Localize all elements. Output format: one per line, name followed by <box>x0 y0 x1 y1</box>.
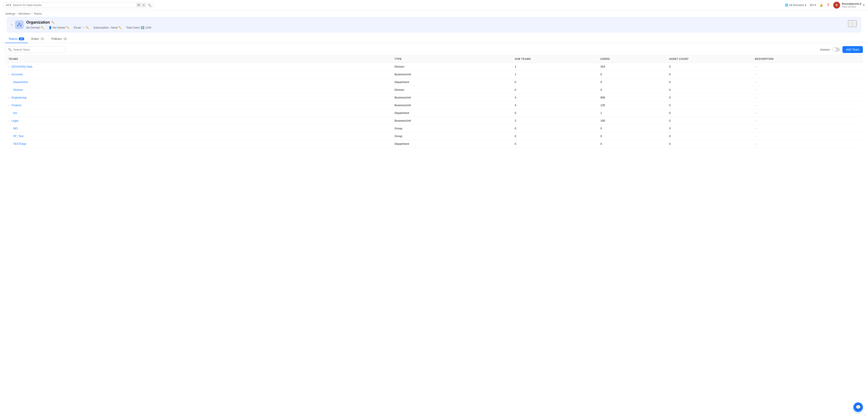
notifications-button[interactable]: 🔔 <box>819 3 823 7</box>
col-header-type: TYPE <box>391 55 511 63</box>
table-controls: 🔍 Deleted Add Team <box>0 43 868 55</box>
breadcrumb-separator: / <box>17 12 18 15</box>
team-description-cell: -- <box>751 86 863 94</box>
kbd-cmd: ⌘ <box>136 3 141 7</box>
col-header-teams: TEAMS <box>5 55 391 63</box>
chevron-down-icon: ▾ <box>863 3 865 7</box>
team-name-link[interactable]: Legal <box>11 119 19 122</box>
team-asset-count-cell: 0 <box>665 140 751 148</box>
language-label: EN <box>810 3 814 7</box>
search-team-icon: 🔍 <box>8 48 11 51</box>
search-team-input[interactable] <box>13 48 62 51</box>
edit-email-icon[interactable]: ✏️ <box>86 26 89 29</box>
team-name-cell: foo <box>5 109 391 117</box>
team-name-link[interactable]: foo <box>13 111 17 115</box>
team-description-cell: -- <box>751 109 863 117</box>
table-header: TEAMS TYPE SUB TEAMS USERS ASSET COUNT D… <box>5 55 863 63</box>
tabs-bar: Teams 27 Roles 1 Policies 1 <box>0 35 868 43</box>
more-options-button[interactable]: ⋮ <box>848 20 857 27</box>
col-header-subteams: SUB TEAMS <box>511 55 597 63</box>
team-name-link[interactable]: Engineering <box>11 96 26 99</box>
team-asset-count-cell: 0 <box>665 63 751 71</box>
tab-teams-badge: 27 <box>19 37 24 40</box>
expand-icon[interactable]: › <box>8 73 9 76</box>
team-type-cell: BusinessUnit <box>391 94 511 101</box>
team-asset-count-cell: 0 <box>665 117 751 125</box>
search-team-container: 🔍 <box>5 46 65 53</box>
kbd-k: K <box>142 3 146 7</box>
team-type-cell: Division <box>391 86 511 94</box>
deleted-label: Deleted <box>820 48 830 51</box>
collapse-button[interactable]: › <box>11 23 12 27</box>
team-name-cell: MO <box>5 125 391 132</box>
tab-teams[interactable]: Teams 27 <box>5 35 28 43</box>
team-users-cell: 1 <box>597 109 665 117</box>
team-name-link[interactable]: PF_Test <box>13 134 24 138</box>
team-name-link[interactable]: TESTDept <box>13 142 26 146</box>
team-users-cell: 0 <box>597 132 665 140</box>
team-users-cell: 0 <box>597 71 665 78</box>
team-name-link[interactable]: Department <box>13 81 28 84</box>
domain-selector[interactable]: 🌐 All Domains ▾ <box>785 3 806 7</box>
team-description-cell: -- <box>751 78 863 86</box>
search-type-select[interactable]: All ▾ <box>6 3 11 7</box>
team-name-cell: TESTDept <box>5 140 391 148</box>
edit-org-icon[interactable]: ✏️ <box>52 21 55 24</box>
chevron-down-icon: ▾ <box>805 3 806 7</box>
edit-subscription-icon[interactable]: ✏️ <box>119 26 122 29</box>
team-name-link[interactable]: Accounts <box>11 73 23 76</box>
team-subteams-cell: 0 <box>511 109 597 117</box>
org-title: Organization ✏️ <box>26 20 151 25</box>
team-description-cell: -- <box>751 63 863 71</box>
team-asset-count-cell: 0 <box>665 94 751 101</box>
language-selector[interactable]: EN ▾ <box>810 3 816 7</box>
team-subteams-cell: 0 <box>511 125 597 132</box>
team-name-link[interactable]: Division <box>13 88 23 91</box>
team-name-link[interactable]: Finance <box>11 104 22 107</box>
subscription-text: Subscription : None <box>93 26 118 29</box>
team-asset-count-cell: 0 <box>665 132 751 140</box>
team-type-cell: Department <box>391 78 511 86</box>
team-description-cell: -- <box>751 125 863 132</box>
team-name-link[interactable]: (DIVISION) Data <box>11 65 32 68</box>
user-role: Data Steward <box>842 5 861 8</box>
expand-icon[interactable]: › <box>8 104 9 107</box>
edit-owner-icon[interactable]: ✏️ <box>66 26 69 29</box>
expand-icon[interactable]: › <box>8 119 9 122</box>
organization-icon <box>17 22 22 27</box>
search-input[interactable] <box>13 3 134 7</box>
team-name-link[interactable]: MO <box>13 127 18 130</box>
tab-roles[interactable]: Roles 1 <box>28 35 48 43</box>
no-domain: No Domain ✏️ <box>26 26 44 29</box>
tab-policies[interactable]: Policies 1 <box>48 35 71 43</box>
breadcrumb-separator: / <box>32 12 32 15</box>
email-text: Email : -- <box>74 26 85 29</box>
chevron-down-icon: ▾ <box>814 3 816 7</box>
help-button[interactable]: ❓ <box>826 3 830 7</box>
expand-icon[interactable]: › <box>8 96 9 99</box>
edit-domain-icon[interactable]: ✏️ <box>41 26 44 29</box>
team-subteams-cell: 4 <box>511 101 597 109</box>
team-subteams-cell: 1 <box>511 71 597 78</box>
team-users-cell: 354 <box>597 63 665 71</box>
team-name-cell: › (DIVISION) Data <box>5 63 391 71</box>
team-subteams-cell: 2 <box>511 117 597 125</box>
breadcrumb-settings[interactable]: Settings <box>5 12 15 15</box>
breadcrumb-members[interactable]: Members <box>19 12 30 15</box>
chevron-down-icon: ▾ <box>10 3 11 7</box>
deleted-toggle[interactable] <box>832 47 840 52</box>
team-name-cell: Division <box>5 86 391 94</box>
question-icon: ❓ <box>826 3 830 7</box>
team-subteams-cell: 0 <box>511 86 597 94</box>
tab-policies-label: Policies <box>51 37 62 40</box>
add-team-button[interactable]: Add Team <box>842 46 863 53</box>
team-description-cell: -- <box>751 132 863 140</box>
table-body: › (DIVISION) Data Division 1 354 0 -- › … <box>5 63 863 148</box>
svg-line-4 <box>19 24 21 25</box>
info-icon: ℹ️ <box>141 26 144 29</box>
search-type-label: All <box>6 3 9 7</box>
expand-icon[interactable]: › <box>8 65 9 68</box>
avatar: R <box>833 2 840 8</box>
team-users-cell: 195 <box>597 117 665 125</box>
user-profile[interactable]: R Rounakpreet.d Data Steward ▾ <box>833 2 865 8</box>
